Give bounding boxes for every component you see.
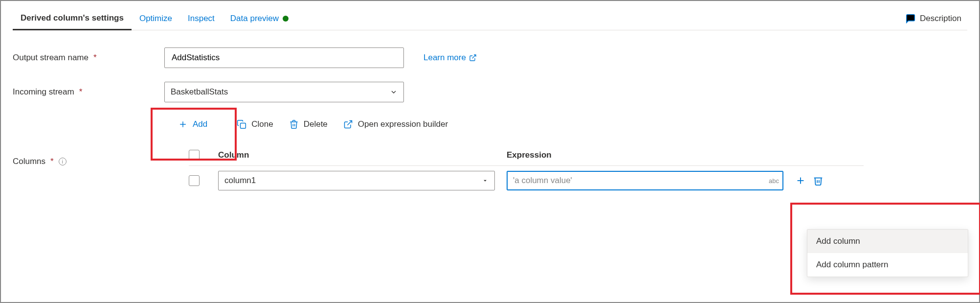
menu-item-label: Add column xyxy=(816,236,860,246)
external-link-icon xyxy=(469,54,477,62)
row-checkbox[interactable] xyxy=(189,175,200,186)
output-stream-label: Output stream name * xyxy=(13,53,164,63)
expression-placeholder: 'a column value' xyxy=(513,176,572,186)
svg-line-4 xyxy=(347,121,352,125)
output-stream-input-field[interactable] xyxy=(171,52,398,63)
row-output-stream: Output stream name * Learn more xyxy=(13,44,967,71)
incoming-stream-label: Incoming stream * xyxy=(13,87,164,97)
output-stream-input[interactable] xyxy=(164,47,404,68)
column-name-select[interactable]: column1 xyxy=(218,171,495,190)
columns-label: Columns * i xyxy=(13,157,164,166)
select-all-checkbox[interactable] xyxy=(189,150,200,161)
description-label: Description xyxy=(920,14,961,23)
plus-icon xyxy=(795,175,806,186)
label-text: Incoming stream xyxy=(13,87,74,97)
settings-form: Output stream name * Learn more Incoming… xyxy=(13,30,967,195)
column-header-column: Column xyxy=(218,150,507,160)
required-marker: * xyxy=(50,157,54,166)
type-badge: abc xyxy=(769,177,779,185)
grid-header: Column Expression xyxy=(189,145,864,166)
caret-down-icon xyxy=(482,177,489,184)
chevron-down-icon xyxy=(390,88,398,96)
svg-rect-3 xyxy=(241,123,246,129)
info-icon[interactable]: i xyxy=(59,158,67,165)
required-marker: * xyxy=(93,53,97,63)
incoming-stream-value: BasketballStats xyxy=(171,87,228,97)
tab-data-preview[interactable]: Data preview xyxy=(223,7,296,30)
tab-derived-settings[interactable]: Derived column's settings xyxy=(13,7,132,30)
open-expression-builder-button[interactable]: Open expression builder xyxy=(343,119,448,129)
add-button[interactable]: Add xyxy=(164,113,221,136)
add-dropdown-menu: Add column Add column pattern xyxy=(807,229,968,277)
row-columns-label: Columns * i xyxy=(13,148,164,175)
table-row: column1 'a column value' abc xyxy=(189,166,864,195)
description-button[interactable]: Description xyxy=(905,13,967,24)
tab-label: Derived column's settings xyxy=(21,6,124,30)
clone-icon xyxy=(237,119,246,129)
column-name-value: column1 xyxy=(224,176,256,186)
comment-icon xyxy=(905,13,916,24)
tab-label: Optimize xyxy=(139,7,172,30)
delete-button[interactable]: Delete xyxy=(289,119,328,129)
menu-item-add-column-pattern[interactable]: Add column pattern xyxy=(807,253,968,277)
expression-input[interactable]: 'a column value' abc xyxy=(507,171,783,190)
learn-more-label: Learn more xyxy=(423,53,466,63)
tab-label: Data preview xyxy=(230,7,279,30)
learn-more-link[interactable]: Learn more xyxy=(423,53,477,63)
row-incoming-stream: Incoming stream * BasketballStats xyxy=(13,78,967,106)
builder-label: Open expression builder xyxy=(358,119,448,129)
tab-inspect[interactable]: Inspect xyxy=(180,7,223,30)
trash-icon xyxy=(289,119,299,129)
column-header-expression: Expression xyxy=(507,150,795,160)
columns-toolbar: Add Clone Delete Open expression builder xyxy=(164,113,967,136)
row-delete-button[interactable] xyxy=(813,175,824,186)
tab-bar: Derived column's settings Optimize Inspe… xyxy=(13,7,967,30)
open-icon xyxy=(343,119,353,129)
add-label: Add xyxy=(193,119,207,129)
menu-item-label: Add column pattern xyxy=(816,260,888,269)
status-dot-icon xyxy=(283,16,289,22)
delete-label: Delete xyxy=(304,119,328,129)
tab-label: Inspect xyxy=(188,7,215,30)
label-text: Output stream name xyxy=(13,53,89,63)
incoming-stream-select[interactable]: BasketballStats xyxy=(164,82,404,102)
plus-icon xyxy=(178,119,188,129)
svg-line-0 xyxy=(472,55,476,58)
trash-icon xyxy=(813,175,824,186)
row-add-button[interactable] xyxy=(795,175,806,186)
columns-grid: Column Expression column1 'a column valu… xyxy=(189,145,864,195)
label-text: Columns xyxy=(13,157,45,166)
tab-optimize[interactable]: Optimize xyxy=(132,7,180,30)
required-marker: * xyxy=(79,87,83,97)
menu-item-add-column[interactable]: Add column xyxy=(807,230,968,253)
clone-label: Clone xyxy=(251,119,273,129)
clone-button[interactable]: Clone xyxy=(237,119,273,129)
